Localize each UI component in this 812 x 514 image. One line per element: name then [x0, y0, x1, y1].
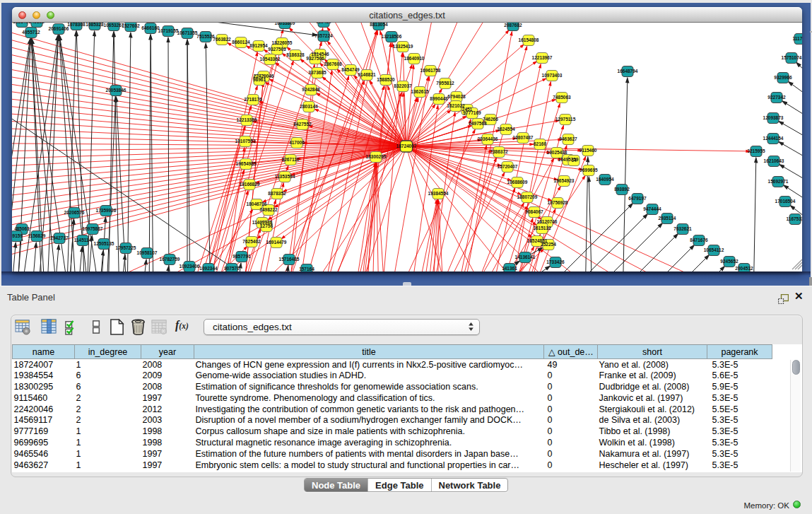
- svg-text:10973403: 10973403: [542, 73, 563, 78]
- svg-text:62160: 62160: [534, 141, 546, 146]
- svg-text:8186328: 8186328: [286, 52, 305, 57]
- svg-text:6794028: 6794028: [447, 94, 466, 99]
- svg-text:8912954: 8912954: [249, 43, 268, 48]
- svg-text:7955812: 7955812: [436, 81, 454, 86]
- svg-text:18226055: 18226055: [272, 40, 293, 45]
- svg-text:7485063: 7485063: [553, 95, 571, 100]
- svg-text:1092344: 1092344: [199, 266, 218, 271]
- svg-text:1085328: 1085328: [86, 23, 104, 27]
- svg-text:1733426: 1733426: [546, 259, 565, 264]
- svg-text:10958107: 10958107: [137, 250, 158, 255]
- svg-text:39159: 39159: [12, 233, 23, 238]
- svg-text:12756: 12756: [260, 223, 273, 228]
- svg-text:12213389: 12213389: [237, 117, 257, 122]
- svg-text:9327503: 9327503: [268, 47, 286, 52]
- svg-text:1156829: 1156829: [28, 233, 46, 238]
- svg-text:959430: 959430: [316, 23, 331, 24]
- svg-text:2867608: 2867608: [324, 62, 342, 66]
- svg-text:7515526: 7515526: [196, 34, 215, 39]
- svg-text:7625402: 7625402: [242, 239, 261, 244]
- svg-text:19756928: 19756928: [548, 200, 568, 205]
- svg-text:8471676: 8471676: [690, 238, 708, 243]
- svg-text:12505135: 12505135: [94, 241, 114, 246]
- svg-text:8322037: 8322037: [394, 83, 412, 88]
- svg-text:9329966: 9329966: [774, 75, 792, 80]
- svg-text:907570: 907570: [224, 266, 240, 271]
- svg-text:10923406: 10923406: [180, 264, 200, 269]
- svg-text:10671355: 10671355: [177, 30, 198, 35]
- svg-text:9699695: 9699695: [579, 168, 598, 173]
- svg-text:9115460: 9115460: [579, 148, 597, 153]
- svg-text:2935114: 2935114: [659, 216, 676, 221]
- svg-text:2803144: 2803144: [300, 104, 318, 109]
- svg-text:18724007: 18724007: [396, 144, 417, 148]
- svg-text:7357224: 7357224: [314, 33, 333, 38]
- svg-text:10807487: 10807487: [513, 135, 534, 140]
- svg-text:746266: 746266: [483, 117, 498, 122]
- svg-text:18640910: 18640910: [404, 56, 425, 61]
- svg-text:19384554: 19384554: [428, 191, 449, 196]
- svg-text:8813054: 8813054: [370, 23, 388, 27]
- svg-text:16961758: 16961758: [420, 68, 441, 73]
- svg-text:20691406: 20691406: [49, 26, 69, 31]
- svg-text:3624554: 3624554: [497, 127, 515, 132]
- svg-text:10107553: 10107553: [235, 139, 256, 144]
- svg-text:3373685: 3373685: [308, 70, 326, 75]
- svg-text:17016504: 17016504: [775, 199, 796, 204]
- svg-text:1588520: 1588520: [377, 77, 395, 82]
- svg-text:7386372: 7386372: [490, 149, 508, 154]
- svg-text:485061: 485061: [14, 226, 30, 231]
- svg-text:16782759: 16782759: [160, 257, 180, 262]
- svg-text:10543362: 10543362: [260, 57, 281, 62]
- svg-text:64: 64: [571, 158, 577, 163]
- svg-text:17359926: 17359926: [96, 208, 117, 213]
- svg-text:10975867: 10975867: [83, 226, 103, 231]
- svg-text:8267110: 8267110: [282, 157, 300, 162]
- svg-text:10654112: 10654112: [704, 247, 724, 252]
- svg-text:15716485: 15716485: [279, 257, 300, 262]
- svg-text:10688609: 10688609: [507, 180, 528, 185]
- svg-text:141361: 141361: [502, 266, 517, 271]
- svg-text:1640954: 1640954: [596, 177, 614, 182]
- svg-text:1615132: 1615132: [533, 226, 551, 230]
- svg-text:19166829: 19166829: [240, 182, 260, 187]
- svg-text:9084067: 9084067: [525, 209, 543, 214]
- svg-text:12444154: 12444154: [763, 136, 784, 141]
- svg-text:18046736: 18046736: [247, 201, 267, 206]
- svg-text:111754: 111754: [793, 36, 802, 41]
- svg-text:6479197: 6479197: [628, 196, 647, 201]
- svg-text:6497568: 6497568: [469, 121, 487, 126]
- svg-text:15720407: 15720407: [498, 164, 518, 169]
- svg-text:11353594: 11353594: [275, 174, 295, 179]
- svg-text:8660124: 8660124: [232, 40, 250, 45]
- svg-text:12213967: 12213967: [532, 55, 553, 60]
- svg-text:9146821: 9146821: [358, 72, 376, 77]
- svg-text:8427552: 8427552: [293, 122, 312, 127]
- svg-text:7632621: 7632621: [673, 226, 692, 231]
- svg-text:15692971: 15692971: [768, 179, 789, 184]
- svg-text:2718176: 2718176: [244, 97, 262, 102]
- svg-text:9777169: 9777169: [463, 110, 481, 115]
- svg-text:8878352: 8878352: [268, 191, 286, 196]
- svg-text:9857791: 9857791: [233, 254, 251, 259]
- svg-text:7663822: 7663822: [213, 37, 231, 42]
- svg-text:9327506: 9327506: [306, 56, 324, 61]
- svg-text:157164: 157164: [299, 267, 314, 271]
- svg-text:3215955: 3215955: [747, 148, 765, 153]
- svg-text:417006: 417006: [289, 140, 305, 145]
- svg-text:2087682: 2087682: [504, 23, 522, 28]
- svg-text:19654985: 19654985: [236, 161, 257, 166]
- svg-text:3498222: 3498222: [259, 207, 278, 212]
- svg-text:98961: 98961: [253, 77, 266, 82]
- svg-text:15751074: 15751074: [782, 55, 802, 60]
- svg-text:10025438: 10025438: [547, 150, 567, 155]
- svg-text:8454749: 8454749: [341, 67, 360, 72]
- svg-text:14136141: 14136141: [515, 255, 536, 259]
- svg-text:2004512: 2004512: [735, 266, 753, 271]
- svg-text:1167533: 1167533: [787, 216, 802, 221]
- svg-text:16210643: 16210643: [764, 158, 784, 163]
- svg-text:2942737: 2942737: [50, 235, 69, 240]
- svg-text:4055712: 4055712: [22, 30, 40, 35]
- svg-text:9474444: 9474444: [643, 206, 661, 211]
- svg-text:17957225: 17957225: [116, 245, 136, 250]
